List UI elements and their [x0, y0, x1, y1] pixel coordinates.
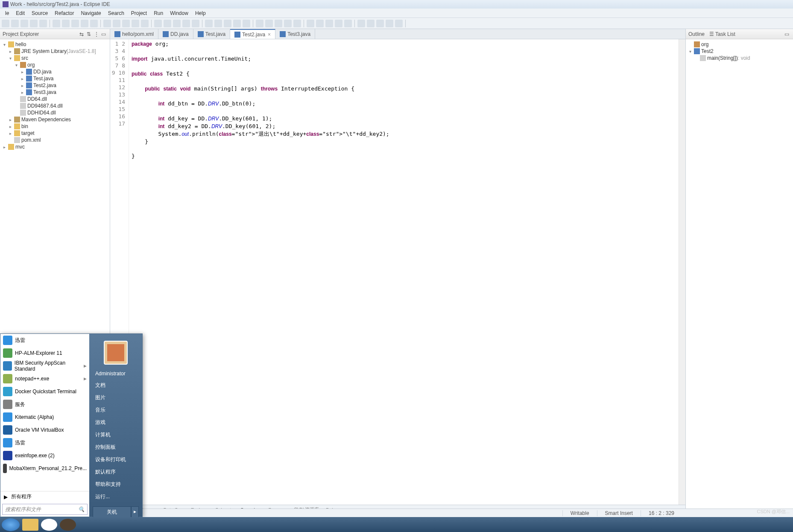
toolbar-button-12[interactable] [122, 20, 130, 27]
start-app-item[interactable]: Kitematic (Alpha) [0, 411, 89, 424]
filter-icon[interactable]: ⋮ [94, 31, 100, 37]
toolbar-button-37[interactable] [376, 20, 384, 27]
tree-item[interactable]: ▸ DD.java [0, 68, 110, 75]
toolbar-button-13[interactable] [132, 20, 139, 27]
minimize-icon[interactable]: ▭ [101, 31, 107, 37]
toolbar-button-20[interactable] [205, 20, 213, 27]
start-right-item[interactable]: 图片 [89, 392, 142, 404]
menu-window[interactable]: Window [167, 10, 192, 16]
editor-body[interactable]: 1 2 3 4 5 6 7 8 9 10 11 12 13 14 15 16 1… [110, 39, 685, 505]
tree-item[interactable]: ▸ bin [0, 123, 110, 130]
start-app-item[interactable]: MobaXterm_Personal_21.2_Pre... [0, 462, 89, 475]
link-editor-icon[interactable]: ⇅ [87, 31, 93, 37]
tasklist-title[interactable]: Task List [715, 31, 735, 37]
start-right-item[interactable]: 默认程序 [89, 466, 142, 478]
toolbar-button-9[interactable] [90, 20, 98, 27]
menu-edit[interactable]: Edit [12, 10, 28, 16]
tree-item[interactable]: DD94687.64.dll [0, 102, 110, 109]
tree-twisty-icon[interactable]: ▾ [8, 56, 13, 61]
tree-twisty-icon[interactable]: ▾ [14, 63, 19, 67]
tree-item[interactable]: DD64.dll [0, 96, 110, 102]
toolbar-button-1[interactable] [11, 20, 19, 27]
start-app-item[interactable]: Docker Quickstart Terminal [0, 385, 89, 398]
tree-twisty-icon[interactable]: ▸ [20, 90, 25, 95]
start-user[interactable]: Administrator [89, 368, 142, 379]
toolbar-button-25[interactable] [256, 20, 263, 27]
editor-tab[interactable]: DD.java [158, 29, 193, 39]
tree-twisty-icon[interactable]: ▸ [8, 117, 13, 122]
outline-min-icon[interactable]: ▭ [784, 31, 790, 37]
menu-project[interactable]: Project [128, 10, 150, 16]
toolbar-button-10[interactable] [103, 20, 111, 27]
toolbar-button-4[interactable] [39, 20, 47, 27]
toolbar-button-2[interactable] [20, 20, 28, 27]
toolbar-button-33[interactable] [335, 20, 342, 27]
editor-tab[interactable]: hello/pom.xml [110, 29, 158, 39]
tree-item[interactable]: ▸ Test3.java [0, 89, 110, 96]
tree-twisty-icon[interactable]: ▸ [20, 70, 25, 74]
close-icon[interactable]: × [268, 32, 271, 38]
tree-item[interactable]: ▾ org [0, 61, 110, 68]
toolbar-button-21[interactable] [214, 20, 222, 27]
tree-twisty-icon[interactable]: ▸ [8, 131, 13, 136]
tree-item[interactable]: ▾ Test2 [686, 48, 793, 55]
toolbar-button-15[interactable] [154, 20, 162, 27]
tree-item[interactable]: ▸ Test.java [0, 75, 110, 82]
start-app-item[interactable]: IBM Security AppScan Standard ▶ [0, 360, 89, 372]
toolbar-button-19[interactable] [192, 20, 199, 27]
tree-item[interactable]: pom.xml [0, 137, 110, 143]
tree-item[interactable]: main(String[]) : void [686, 55, 793, 61]
tree-twisty-icon[interactable]: ▸ [2, 145, 7, 149]
tree-twisty-icon[interactable]: ▸ [20, 76, 25, 81]
toolbar-button-22[interactable] [224, 20, 231, 27]
collapse-all-icon[interactable]: ⇆ [79, 31, 85, 37]
toolbar-button-32[interactable] [325, 20, 333, 27]
tasklist-icon[interactable]: ☰ [709, 31, 715, 37]
editor-tab[interactable]: Test2.java × [230, 29, 275, 39]
code-content[interactable]: package org; import java.util.concurrent… [129, 39, 679, 505]
tree-item[interactable]: ▸ Maven Dependencies [0, 116, 110, 123]
toolbar-button-31[interactable] [316, 20, 324, 27]
tree-item[interactable]: org [686, 41, 793, 48]
toolbar-button-38[interactable] [386, 20, 393, 27]
tree-twisty-icon[interactable]: ▸ [8, 49, 13, 54]
start-right-item[interactable]: 设备和打印机 [89, 453, 142, 466]
shutdown-arrow-icon[interactable]: ▸ [131, 506, 139, 518]
menu-navigate[interactable]: Navigate [77, 10, 104, 16]
start-right-item[interactable]: 文档 [89, 379, 142, 392]
toolbar-button-6[interactable] [62, 20, 70, 27]
toolbar-button-26[interactable] [265, 20, 273, 27]
start-app-item[interactable]: HP-ALM-Explorer 11 [0, 347, 89, 360]
toolbar-button-14[interactable] [141, 20, 149, 27]
menu-search[interactable]: Search [105, 10, 128, 16]
all-programs[interactable]: ▶ 所有程序 [0, 491, 89, 502]
start-app-item[interactable]: exeinfope.exe (2) [0, 449, 89, 462]
toolbar-button-11[interactable] [113, 20, 120, 27]
start-app-item[interactable]: 迅雷 [0, 334, 89, 347]
toolbar-button-36[interactable] [367, 20, 375, 27]
start-right-item[interactable]: 游戏 [89, 416, 142, 429]
toolbar-button-24[interactable] [243, 20, 250, 27]
menu-refactor[interactable]: Refactor [51, 10, 77, 16]
toolbar-button-29[interactable] [293, 20, 301, 27]
tree-item[interactable]: ▸ target [0, 130, 110, 137]
tree-item[interactable]: ▸ JRE System Library [JavaSE-1.8] [0, 48, 110, 55]
toolbar-button-5[interactable] [53, 20, 60, 27]
taskbar-app-icon[interactable] [60, 519, 76, 531]
editor-tab[interactable]: Test.java [193, 29, 230, 39]
taskbar-explorer-icon[interactable] [22, 519, 38, 531]
toolbar-button-7[interactable] [71, 20, 79, 27]
tree-twisty-icon[interactable]: ▾ [688, 49, 693, 54]
toolbar-button-28[interactable] [284, 20, 292, 27]
toolbar-button-8[interactable] [81, 20, 88, 27]
toolbar-button-17[interactable] [173, 20, 181, 27]
tree-item[interactable]: ▾ src [0, 55, 110, 61]
toolbar-button-3[interactable] [30, 20, 38, 27]
menu-help[interactable]: Help [192, 10, 209, 16]
menu-le[interactable]: le [2, 10, 12, 16]
toolbar-button-0[interactable] [2, 20, 9, 27]
start-right-item[interactable]: 控制面板 [89, 441, 142, 453]
tree-twisty-icon[interactable]: ▾ [2, 42, 7, 47]
taskbar-chrome-icon[interactable] [41, 519, 57, 531]
menu-source[interactable]: Source [28, 10, 51, 16]
